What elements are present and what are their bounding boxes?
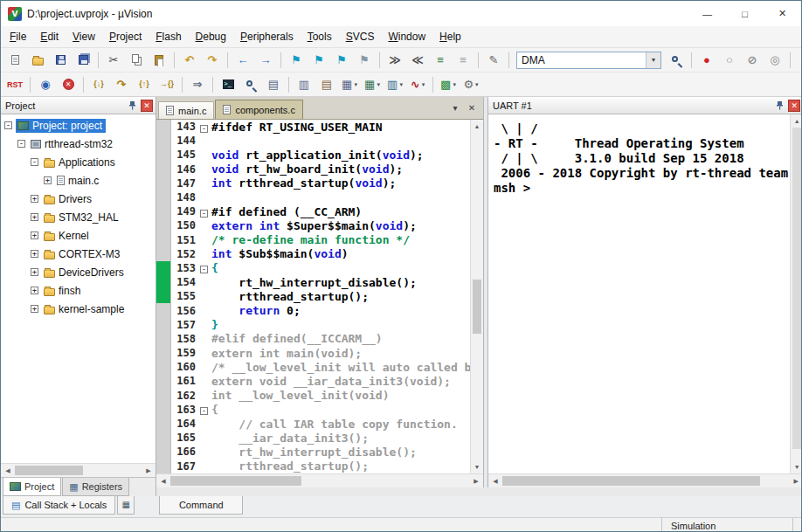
flag-button[interactable]: ⚑ [795, 51, 801, 70]
tree-item-project-project[interactable]: -Project: project [1, 116, 156, 135]
expand-icon[interactable]: + [31, 305, 38, 313]
project-panel-close-button[interactable]: ✕ [141, 100, 153, 112]
tab-registers[interactable]: ▦Registers [62, 478, 129, 496]
scroll-left-arrow[interactable]: ◀ [1, 464, 15, 477]
scroll-right-arrow[interactable]: ▶ [469, 474, 483, 487]
enable-breakpoint-button[interactable]: ○ [719, 51, 740, 70]
tree-item-body[interactable]: STM32_HAL [42, 211, 122, 225]
menu-file[interactable]: File [3, 28, 33, 45]
next-bookmark-button[interactable]: ⚑ [331, 51, 352, 70]
breakpoint-gutter[interactable] [156, 417, 171, 431]
tree-item-finsh[interactable]: +finsh [1, 281, 156, 300]
minimize-button[interactable]: — [688, 1, 726, 26]
scroll-right-arrow[interactable]: ▶ [789, 474, 802, 487]
scroll-left-arrow[interactable]: ◀ [156, 474, 170, 487]
collapse-icon[interactable]: - [31, 158, 38, 166]
uart-terminal[interactable]: \ | / - RT - Thread Operating System / |… [488, 114, 802, 473]
insert-breakpoint-button[interactable]: ● [696, 51, 717, 70]
breakpoint-gutter[interactable] [156, 176, 171, 190]
comment-button[interactable]: ≡ [430, 51, 451, 70]
fold-collapse-icon[interactable]: - [200, 407, 208, 415]
collapse-icon[interactable]: - [17, 140, 25, 148]
scrollbar-track[interactable] [170, 474, 469, 487]
uart-horizontal-scrollbar[interactable]: ◀ ▶ [488, 473, 802, 487]
breakpoint-gutter[interactable] [156, 431, 171, 445]
fold-collapse-icon[interactable]: - [200, 210, 208, 218]
expand-icon[interactable]: + [31, 231, 38, 239]
call-stack-tab[interactable]: ▤ Call Stack + Locals [3, 496, 115, 515]
breakpoint-gutter[interactable] [156, 389, 171, 403]
tab-main-c[interactable]: main.c [158, 101, 214, 119]
uncomment-button[interactable]: ≡ [453, 51, 474, 70]
run-button[interactable]: ⇒ [187, 75, 208, 94]
tree-item-body[interactable]: Drivers [42, 192, 95, 206]
breakpoint-gutter[interactable] [156, 332, 171, 346]
scrollbar-track[interactable] [502, 474, 789, 487]
tab-project[interactable]: Project [3, 478, 61, 496]
tree-item-applications[interactable]: -Applications [1, 153, 156, 171]
clear-bookmarks-button[interactable]: ⚑ [354, 51, 375, 70]
step-into-button[interactable]: {↓} [88, 75, 109, 94]
fold-collapse-icon[interactable]: - [200, 266, 208, 273]
menu-window[interactable]: Window [381, 28, 432, 45]
unindent-button[interactable]: ≪ [407, 51, 428, 70]
menu-edit[interactable]: Edit [33, 28, 66, 45]
scroll-right-arrow[interactable]: ▶ [142, 464, 156, 477]
tree-item-body[interactable]: rtthread-stm32 [29, 137, 116, 151]
redo-button[interactable]: ↷ [202, 51, 223, 70]
menu-peripherals[interactable]: Peripherals [233, 28, 301, 45]
navigate-forward-button[interactable]: → [255, 51, 276, 70]
scroll-up-arrow[interactable]: ▲ [471, 120, 483, 133]
toggle-bookmark-button[interactable]: ⚑ [286, 51, 307, 70]
uart-panel-close-button[interactable]: ✕ [788, 100, 800, 112]
scrollbar-track[interactable] [471, 133, 483, 460]
breakpoint-gutter[interactable] [156, 148, 171, 162]
maximize-button[interactable]: □ [726, 1, 764, 26]
expand-icon[interactable]: + [44, 176, 52, 184]
run-to-cursor-button[interactable]: →{} [156, 75, 177, 94]
breakpoint-gutter[interactable] [156, 204, 171, 218]
open-file-button[interactable] [27, 51, 48, 70]
breakpoint-gutter[interactable] [156, 190, 171, 204]
save-button[interactable] [50, 51, 71, 70]
editor-vertical-scrollbar[interactable]: ▲ ▼ [470, 120, 483, 473]
scrollbar-track[interactable] [15, 464, 142, 477]
menu-project[interactable]: Project [102, 28, 149, 45]
breakpoint-gutter[interactable] [156, 459, 171, 473]
code-editor[interactable]: 143-#ifdef RT_USING_USER_MAIN144145void … [156, 120, 483, 473]
tree-item-body[interactable]: main.c [55, 174, 102, 188]
window-list-button[interactable]: ▦ [117, 496, 135, 515]
breakpoint-gutter[interactable] [156, 162, 171, 176]
menu-debug[interactable]: Debug [189, 28, 233, 45]
tree-item-cortex-m3[interactable]: +CORTEX-M3 [1, 245, 156, 263]
menu-tools[interactable]: Tools [301, 28, 339, 45]
symbols-window-button[interactable]: ▤ [263, 75, 284, 94]
fold-gutter[interactable]: - [200, 261, 211, 274]
breakpoint-gutter[interactable] [156, 346, 171, 360]
breakpoint-gutter[interactable] [156, 233, 171, 247]
scrollbar-thumb[interactable] [473, 280, 481, 334]
tab-menu-button[interactable]: ▾ [448, 101, 462, 115]
reset-button[interactable]: RST [4, 75, 25, 94]
collapse-icon[interactable]: - [4, 121, 12, 129]
new-file-button[interactable] [4, 51, 25, 70]
target-select[interactable]: DMA▼ [516, 52, 661, 69]
scrollbar-thumb[interactable] [792, 128, 801, 449]
fold-collapse-icon[interactable]: - [200, 125, 208, 133]
step-out-button[interactable]: {↑} [134, 75, 155, 94]
project-tree[interactable]: -Project: project-rtthread-stm32-Applica… [1, 114, 156, 463]
command-window-button[interactable] [218, 75, 239, 94]
stop-debug-button[interactable] [58, 75, 79, 94]
indent-button[interactable]: ≫ [384, 51, 405, 70]
halt-button[interactable]: ◉ [35, 75, 56, 94]
scroll-down-arrow[interactable]: ▼ [791, 460, 802, 473]
paste-button[interactable] [149, 51, 169, 70]
menu-svcs[interactable]: SVCS [339, 28, 382, 45]
code-view[interactable]: 143-#ifdef RT_USING_USER_MAIN144145void … [156, 120, 470, 473]
pin-icon[interactable] [773, 99, 786, 112]
tree-item-body[interactable]: Kernel [42, 229, 93, 243]
uart-vertical-scrollbar[interactable]: ▲ ▼ [790, 114, 802, 473]
breakpoint-gutter[interactable] [156, 134, 171, 148]
expand-icon[interactable]: + [31, 213, 38, 221]
breakpoint-gutter[interactable] [156, 218, 171, 232]
